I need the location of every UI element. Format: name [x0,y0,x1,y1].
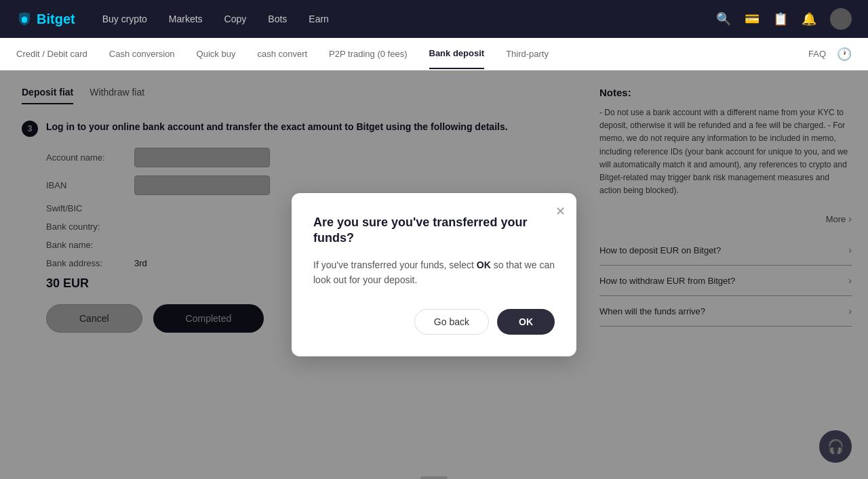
go-back-button[interactable]: Go back [414,309,489,335]
nav-buy-crypto[interactable]: Buy crypto [102,14,147,24]
logo-icon [16,11,33,27]
nav-markets[interactable]: Markets [169,14,203,24]
modal-close-button[interactable]: ✕ [555,204,566,219]
faq-link[interactable]: FAQ [808,49,826,59]
subnav-p2p-trading[interactable]: P2P trading (0 fees) [329,39,407,68]
modal-overlay: ✕ Are you sure you've transferred your f… [0,70,868,479]
headset-icon: 🎧 [827,438,844,455]
modal-buttons: Go back OK [313,309,555,335]
subnav-cash-convert[interactable]: cash convert [257,39,307,68]
subnav-quick-buy[interactable]: Quick buy [197,39,236,68]
nav-bots[interactable]: Bots [268,14,287,24]
bell-icon[interactable]: 🔔 [802,12,816,26]
logo[interactable]: Bitget [16,11,75,27]
modal-body-prefix: If you've transferred your funds, select [313,259,477,270]
subnav-credit-debit[interactable]: Credit / Debit card [16,39,87,68]
support-button[interactable]: 🎧 [819,430,852,463]
page-content: Deposit fiat Withdraw fiat 3 Log in to y… [0,70,868,479]
subnav-third-party[interactable]: Third-party [506,39,549,68]
modal-ok-emphasis: OK [477,259,491,270]
nav-earn[interactable]: Earn [309,14,329,24]
avatar[interactable] [830,8,852,30]
nav-copy[interactable]: Copy [224,14,247,24]
subnav-right: FAQ 🕐 [808,47,852,62]
nav-right-icons: 🔍 💳 📋 🔔 [716,8,852,30]
wallet-icon[interactable]: 💳 [745,12,760,26]
confirmation-modal: ✕ Are you sure you've transferred your f… [292,193,576,357]
history-icon[interactable]: 🕐 [837,47,852,62]
subnav-cash-conversion[interactable]: Cash conversion [109,39,175,68]
orders-icon[interactable]: 📋 [773,12,788,26]
top-navigation: Bitget Buy crypto Markets Copy Bots Earn… [0,0,868,38]
modal-body: If you've transferred your funds, select… [313,257,555,288]
search-icon[interactable]: 🔍 [716,12,731,26]
ok-button[interactable]: OK [497,309,555,335]
sub-navigation: Credit / Debit card Cash conversion Quic… [0,38,868,70]
modal-title: Are you sure you've transferred your fun… [313,215,555,247]
subnav-bank-deposit[interactable]: Bank deposit [429,39,485,69]
